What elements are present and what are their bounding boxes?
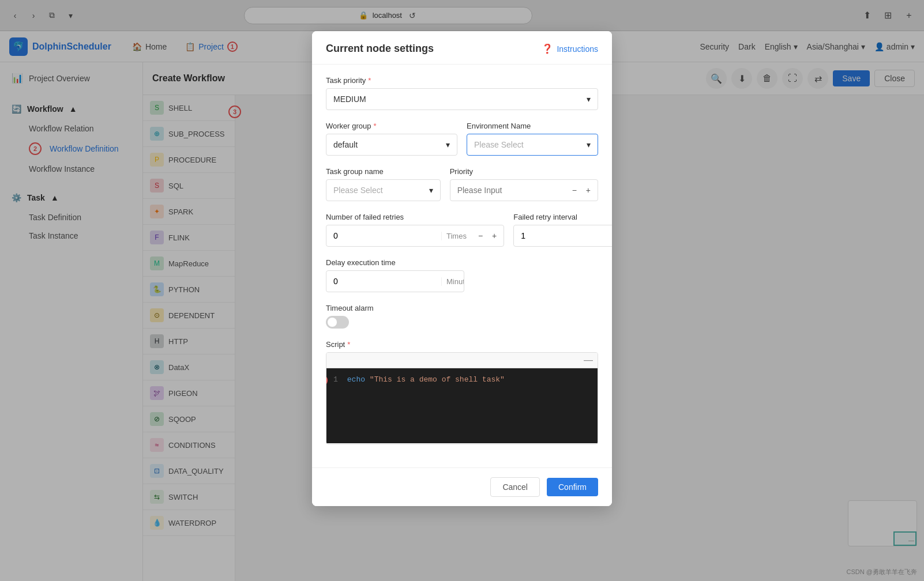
script-editor[interactable]: — 4 1 echo "This is a demo of shell task… [326, 352, 598, 444]
task-group-name-group: Task group name Please Select ▾ [326, 167, 441, 201]
failed-retries-btns: − + [471, 230, 504, 242]
priority-decrement[interactable]: − [570, 184, 579, 196]
task-group-name-select[interactable]: Please Select ▾ [326, 179, 441, 201]
retry-interval-input-container: Minute − + [513, 225, 612, 247]
worker-env-row: Worker group * default ▾ Environment Nam… [326, 122, 598, 156]
script-group: Script * — 4 1 [326, 340, 598, 444]
modal-footer: Cancel Confirm [312, 467, 612, 506]
delay-exec-unit: Minute [441, 277, 464, 286]
timeout-alarm-label: Timeout alarm [326, 304, 598, 312]
priority-input[interactable] [450, 181, 565, 199]
failed-retries-input-container: Times − + [326, 225, 504, 247]
modal-body: Task priority * MEDIUM ▾ Worker group * … [312, 65, 612, 467]
instructions-link[interactable]: ❓ Instructions [542, 43, 598, 54]
env-name-select[interactable]: Please Select ▾ [467, 134, 598, 156]
worker-group-value: default [333, 140, 358, 149]
script-minimize-button[interactable]: — [584, 355, 593, 365]
priority-input-container: − + [450, 179, 598, 201]
question-icon: ❓ [542, 43, 553, 54]
failed-retries-group: Number of failed retries Times − + [326, 213, 504, 247]
script-string-value: "This is a demo of shell task" [370, 375, 505, 384]
worker-group-required: * [374, 122, 377, 130]
current-node-settings-modal: Current node settings ❓ Instructions Tas… [312, 31, 612, 506]
timeout-alarm-toggle[interactable] [326, 316, 349, 329]
timeout-alarm-group: Timeout alarm [326, 304, 598, 329]
retry-interval-input[interactable] [514, 227, 612, 245]
env-name-chevron-icon: ▾ [587, 140, 591, 149]
script-editor-body[interactable]: 4 1 echo "This is a demo of shell task" [326, 368, 598, 443]
task-priority-chevron-icon: ▾ [587, 95, 591, 104]
failed-retries-input[interactable] [326, 227, 441, 245]
priority-label: Priority [450, 167, 598, 176]
modal-overlay: Current node settings ❓ Instructions Tas… [0, 0, 924, 581]
script-line-numbers: 4 1 [333, 375, 338, 436]
task-priority-group: Task priority * MEDIUM ▾ [326, 76, 598, 110]
failed-retries-unit: Times [441, 232, 471, 240]
task-priority-select[interactable]: MEDIUM ▾ [326, 88, 598, 110]
retry-interval-label: Failed retry interval [513, 213, 612, 221]
worker-group-select[interactable]: default ▾ [326, 134, 457, 156]
instructions-label: Instructions [557, 44, 598, 54]
script-echo-keyword: echo [347, 375, 370, 384]
retries-row: Number of failed retries Times − + Faile… [326, 213, 598, 247]
worker-group-chevron-icon: ▾ [446, 140, 450, 149]
delay-exec-group: Delay execution time Minute − + [326, 258, 598, 292]
env-name-placeholder: Please Select [474, 140, 524, 149]
failed-retries-increment[interactable]: + [490, 230, 499, 242]
confirm-button[interactable]: Confirm [547, 478, 598, 496]
task-priority-required: * [368, 76, 371, 85]
task-priority-label: Task priority * [326, 76, 598, 85]
script-required: * [347, 340, 350, 349]
task-group-priority-row: Task group name Please Select ▾ Priority [326, 167, 598, 201]
delay-exec-input-container: Minute − + [326, 270, 464, 292]
step-4-circle: 4 [326, 374, 328, 387]
priority-input-btns: − + [565, 184, 598, 196]
script-line-1: 1 [333, 375, 338, 384]
retry-interval-group: Failed retry interval Minute − + [513, 213, 612, 247]
worker-group-group: Worker group * default ▾ [326, 122, 457, 156]
cancel-button[interactable]: Cancel [490, 477, 540, 497]
env-name-group: Environment Name Please Select ▾ [467, 122, 598, 156]
env-name-label: Environment Name [467, 122, 598, 130]
failed-retries-decrement[interactable]: − [476, 230, 485, 242]
task-group-name-label: Task group name [326, 167, 441, 176]
script-editor-toolbar: — [326, 353, 598, 368]
script-label: Script * [326, 340, 598, 349]
worker-group-label: Worker group * [326, 122, 457, 130]
task-group-name-placeholder: Please Select [333, 186, 383, 195]
priority-group: Priority − + [450, 167, 598, 201]
task-priority-value: MEDIUM [333, 95, 366, 104]
modal-header: Current node settings ❓ Instructions [312, 31, 612, 65]
priority-increment[interactable]: + [584, 184, 593, 196]
script-code-area[interactable]: echo "This is a demo of shell task" [347, 375, 591, 436]
modal-title: Current node settings [326, 43, 434, 55]
failed-retries-label: Number of failed retries [326, 213, 504, 221]
delay-exec-label: Delay execution time [326, 258, 598, 267]
task-group-chevron-icon: ▾ [429, 186, 433, 195]
delay-exec-input[interactable] [326, 272, 441, 290]
